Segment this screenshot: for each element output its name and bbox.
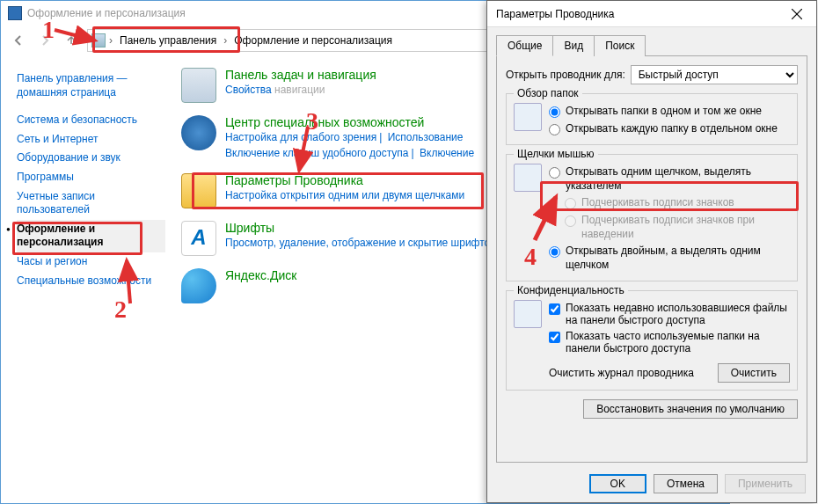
group-privacy: Конфиденциальность Показать недавно испо… (506, 290, 798, 391)
sidebar-item-ease[interactable]: Специальные возможности (17, 272, 165, 291)
sidebar-item-hardware[interactable]: Оборудование и звук (17, 149, 165, 168)
apply-button[interactable]: Применить (725, 474, 806, 493)
radio-label: Открывать каждую папку в отдельном окне (566, 122, 778, 136)
dialog-title: Параметры Проводника (496, 8, 614, 20)
category-sub[interactable]: Свойства (225, 84, 274, 96)
category-sub[interactable]: Просмотр, удаление, отображение и скрыти… (225, 237, 496, 249)
check-label: Показать недавно использовавшиеся файлы … (566, 302, 790, 326)
back-button[interactable] (8, 30, 29, 51)
group-title: Конфиденциальность (514, 284, 628, 296)
radio-new-window[interactable] (549, 124, 560, 135)
tab-view[interactable]: Вид (552, 35, 595, 56)
sidebar-item-network[interactable]: Сеть и Интернет (17, 130, 165, 150)
group-title: Щелчки мышью (514, 148, 598, 160)
tab-strip: Общие Вид Поиск (496, 34, 807, 56)
dialog-close-button[interactable] (777, 1, 816, 27)
sidebar-item-accounts[interactable]: Учетные записи пользователей (17, 187, 165, 220)
sidebar-item-programs[interactable]: Программы (17, 168, 165, 187)
annotation-arrow-4 (530, 192, 565, 245)
control-panel-icon (8, 6, 22, 20)
dialog-titlebar: Параметры Проводника (487, 1, 816, 27)
mouse-click-icon (514, 164, 542, 192)
clear-history-label: Очистить журнал проводника (549, 367, 694, 379)
group-browse-folders: Обзор папок Открывать папки в одном и то… (506, 93, 798, 145)
tab-general[interactable]: Общие (496, 35, 553, 56)
open-explorer-select[interactable]: Быстрый доступ (631, 65, 798, 84)
category-sub-dim: навигации (274, 84, 325, 96)
chevron-right-icon: › (223, 34, 227, 47)
breadcrumb-seg-2[interactable]: Оформление и персонализация (230, 33, 396, 48)
svg-line-7 (127, 260, 130, 303)
annotation-number-4: 4 (524, 243, 537, 271)
radio-same-window[interactable] (549, 106, 560, 118)
radio-label: Открывать одним щелчком, выделять указат… (566, 165, 790, 193)
category-sub[interactable]: Включение клавиш удобного доступа (225, 147, 409, 159)
category-sub[interactable]: Включение (420, 147, 474, 159)
tab-search[interactable]: Поиск (594, 35, 646, 56)
breadcrumb-seg-1[interactable]: Панель управления (116, 33, 220, 48)
category-sub[interactable]: Настройка открытия одним или двумя щелчк… (225, 189, 464, 201)
cancel-button[interactable]: Отмена (654, 474, 718, 493)
sidebar-item-clock[interactable]: Часы и регион (17, 252, 165, 272)
radio-underline-hover (565, 215, 576, 227)
fonts-icon (181, 221, 216, 256)
ok-button[interactable]: OK (589, 474, 646, 493)
radio-single-click[interactable] (549, 167, 560, 179)
sidebar-item-appearance[interactable]: Оформление и персонализация (17, 220, 165, 252)
folder-options-icon (181, 173, 216, 208)
sidebar-home[interactable]: Панель управления — домашняя страница (17, 69, 165, 102)
svg-line-9 (535, 197, 556, 240)
svg-line-6 (55, 30, 95, 40)
annotation-number-2: 2 (114, 296, 127, 324)
annotation-number-3: 3 (306, 107, 318, 135)
tab-panel-general: Открыть проводник для: Быстрый доступ Об… (496, 56, 807, 463)
sidebar-item-system[interactable]: Система и безопасность (17, 111, 165, 130)
privacy-icon (514, 300, 542, 328)
taskbar-icon (181, 68, 216, 103)
browse-folders-icon (514, 103, 542, 131)
radio-label: Открывать двойным, а выделять одним щелч… (566, 245, 790, 272)
check-label: Показать часто используемые папки на пан… (566, 330, 790, 354)
open-explorer-label: Открыть проводник для: (506, 69, 625, 81)
chevron-right-icon: › (109, 34, 113, 47)
category-sub[interactable]: Использование (388, 131, 464, 143)
radio-label: Открывать папки в одном и том же окне (566, 105, 762, 119)
ease-icon (181, 115, 216, 150)
radio-double-click[interactable] (549, 246, 560, 258)
annotation-arrow-1 (53, 25, 106, 49)
restore-defaults-button[interactable]: Восстановить значения по умолчанию (583, 399, 798, 419)
sidebar: Панель управления — домашняя страница Си… (1, 55, 172, 503)
check-frequent-folders[interactable] (549, 332, 560, 343)
radio-label: Подчеркивать подписи значков при наведен… (581, 214, 790, 241)
radio-label: Подчеркивать подписи значков (581, 196, 734, 210)
yandex-disk-icon (181, 268, 216, 303)
check-recent-files[interactable] (549, 303, 560, 315)
annotation-number-1: 1 (42, 16, 55, 44)
radio-underline-always (565, 198, 576, 209)
clear-button[interactable]: Очистить (718, 363, 790, 383)
group-title: Обзор папок (514, 87, 582, 99)
